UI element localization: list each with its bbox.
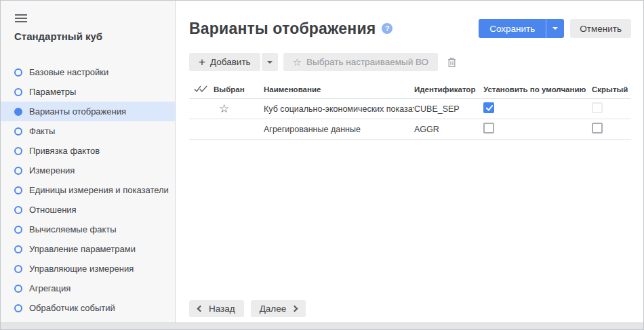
sidebar-item[interactable]: Отношения (1, 200, 175, 220)
default-checkbox[interactable] (483, 102, 494, 113)
col-header-id: Идентификатор (414, 85, 479, 94)
header-actions: Сохранить Отменить (479, 19, 631, 38)
main-content: Варианты отображения ? Сохранить Отменит… (176, 1, 644, 323)
plus-icon: + (199, 56, 205, 68)
step-radio-icon (14, 167, 22, 175)
sidebar-item-label: Базовые настройки (29, 67, 108, 77)
step-radio-icon (14, 147, 22, 155)
cancel-button[interactable]: Отменить (570, 19, 631, 38)
col-header-hidden: Скрытый (588, 85, 631, 94)
chevron-left-icon (197, 306, 204, 312)
chevron-down-icon (267, 61, 273, 64)
sidebar-item-label: Привязка фактов (29, 146, 100, 156)
table-row[interactable]: ☆ Куб социально-экономических показат...… (189, 99, 631, 119)
next-button-label: Далее (260, 304, 287, 314)
sidebar-item-label: Управляющие измерения (29, 264, 134, 274)
sidebar-item[interactable]: Агрегация (1, 279, 175, 298)
select-custom-vo-label: Выбрать настраиваемый ВО (306, 57, 428, 67)
sidebar-item[interactable]: Управляющие измерения (1, 259, 175, 279)
row-name: Куб социально-экономических показат... (264, 104, 414, 114)
row-id: AGGR (414, 125, 479, 134)
sidebar-item[interactable]: Базовые настройки (1, 62, 175, 82)
save-dropdown-button[interactable] (546, 19, 564, 38)
chevron-right-icon (291, 306, 298, 312)
col-header-default: Установить по умолчанию (479, 85, 588, 94)
table-header-row: Выбран Наименование Идентификатор Устано… (189, 81, 631, 99)
sidebar-item-label: Параметры (29, 87, 76, 97)
sidebar-item-label: Вычисляемые факты (29, 224, 117, 234)
select-custom-vo-button[interactable]: ☆ Выбрать настраиваемый ВО (283, 53, 438, 71)
sidebar-item-label: Единицы измерения и показатели (29, 185, 169, 195)
step-radio-icon (14, 127, 22, 136)
add-button-label: Добавить (210, 57, 251, 67)
table-toolbar: + Добавить ☆ Выбрать настраиваемый ВО (189, 53, 631, 71)
step-radio-icon (14, 265, 22, 273)
next-button[interactable]: Далее (251, 300, 306, 317)
selected-star-icon[interactable]: ☆ (219, 102, 229, 115)
sidebar-item[interactable]: Варианты отображения (1, 102, 175, 121)
step-radio-icon (14, 88, 22, 96)
sidebar-item-label: Варианты отображения (29, 106, 126, 117)
step-radio-icon (14, 245, 22, 253)
page-header: Варианты отображения ? Сохранить Отменит… (189, 19, 631, 38)
save-split-button: Сохранить (479, 19, 564, 38)
step-radio-icon (14, 186, 22, 194)
cube-title: Стандартный куб (14, 30, 175, 42)
hidden-checkbox (592, 102, 603, 113)
sidebar-item[interactable]: Измерения (1, 161, 175, 180)
sidebar-item[interactable]: Вычисляемые факты (1, 220, 175, 239)
step-radio-icon (14, 68, 22, 77)
display-variants-table: Выбран Наименование Идентификатор Устано… (189, 81, 631, 140)
col-header-selected: Выбран (212, 85, 264, 94)
sidebar-item[interactable]: Привязка фактов (1, 141, 175, 161)
trash-icon (447, 57, 457, 68)
row-name: Агрегированные данные (264, 125, 414, 134)
sidebar-item[interactable]: Факты (1, 121, 175, 141)
star-icon: ☆ (293, 57, 302, 67)
page-title: Варианты отображения (189, 20, 376, 38)
back-button-label: Назад (209, 304, 235, 314)
row-id: CUBE_SEP (414, 104, 479, 114)
add-dropdown-button[interactable] (262, 53, 278, 71)
step-radio-icon (14, 206, 22, 214)
sidebar-item-label: Отношения (29, 205, 77, 215)
default-checkbox[interactable] (483, 123, 494, 133)
hidden-checkbox[interactable] (592, 123, 603, 133)
table-row[interactable]: Агрегированные данные AGGR (189, 119, 631, 140)
wizard-footer-nav: Назад Далее (189, 300, 631, 317)
step-radio-icon (14, 304, 22, 312)
sidebar-item-label: Агрегация (29, 283, 71, 293)
help-icon[interactable]: ? (382, 23, 393, 34)
sidebar-item-label: Обработчик событий (29, 303, 115, 313)
select-all-header[interactable] (189, 85, 212, 94)
add-button[interactable]: + Добавить (189, 53, 260, 71)
double-check-icon (194, 85, 207, 93)
sidebar-item[interactable]: Единицы измерения и показатели (1, 180, 175, 200)
step-radio-icon (14, 108, 22, 116)
sidebar-item-label: Измерения (29, 165, 75, 176)
col-header-name: Наименование (264, 85, 414, 94)
sidebar-item[interactable]: Управление параметрами (1, 239, 175, 259)
window-bottom-edge (1, 323, 643, 329)
back-button[interactable]: Назад (189, 300, 244, 317)
delete-button[interactable] (447, 57, 457, 68)
save-button[interactable]: Сохранить (479, 19, 546, 38)
sidebar-item[interactable]: Параметры (1, 82, 175, 102)
sidebar-item-label: Факты (29, 126, 55, 136)
sidebar-item[interactable]: Обработчик событий (1, 298, 175, 318)
hamburger-menu-icon[interactable] (15, 14, 27, 22)
sidebar-item-label: Управление параметрами (29, 244, 136, 254)
sidebar: Стандартный куб Базовые настройки Параме… (1, 1, 176, 323)
step-radio-icon (14, 285, 22, 293)
wizard-steps-nav: Базовые настройки Параметры Варианты ото… (1, 62, 175, 318)
chevron-down-icon (552, 27, 558, 30)
app-window: Стандартный куб Базовые настройки Параме… (1, 1, 643, 323)
step-radio-icon (14, 226, 22, 234)
